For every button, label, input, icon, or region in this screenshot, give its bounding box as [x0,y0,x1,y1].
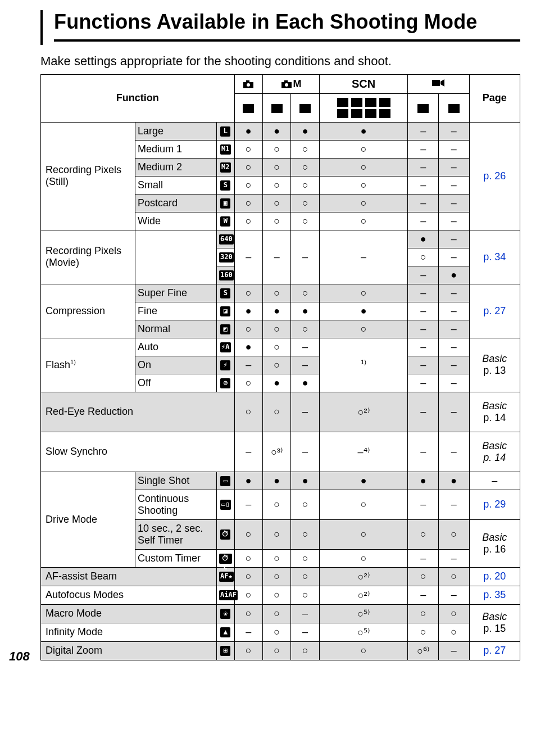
sub-label: Postcard [135,194,217,212]
table-cell: – [438,392,469,432]
table-cell: ○ [291,194,319,212]
table-cell: ○ [319,158,408,176]
page-ref: Basicp. 15 [469,604,520,641]
table-cell: – [408,586,439,604]
table-row: Digital Zoom⊞○○○○○⁶⁾–p. 27 [41,641,520,660]
sub-label: Medium 1 [135,140,217,158]
table-cell: ○ [291,519,319,549]
group-label: Compression [41,284,135,338]
mode-icon: S [220,288,230,298]
table-cell: ○ [262,549,290,567]
group-label: Drive Mode [41,472,135,567]
table-cell: ● [262,374,290,392]
mode-icon: 640 [219,234,234,245]
table-cell: ○ [262,641,290,660]
sub-label: 10 sec., 2 sec. Self Timer [135,519,217,549]
table-cell: ○ [262,392,290,432]
mode-icon: ⏱c [219,554,232,564]
table-cell: – [438,356,469,374]
group-label: Recording Pixels (Movie) [41,230,135,284]
table-cell: – [408,194,439,212]
icon-cell: ⊘ [217,374,235,392]
page-ref[interactable]: p. 20 [469,567,520,586]
table-cell: ○ [291,641,319,660]
intro-text: Make settings appropriate for the shooti… [40,54,520,69]
table-cell: ○ [262,212,290,230]
mode-icon: ▭ [220,476,230,486]
table-cell: ○ [234,567,262,586]
sub-label: Normal [135,320,217,338]
table-cell: – [234,623,262,641]
table-cell: ○ [234,320,262,338]
table-row: AF-assist BeamAF★○○○○²⁾○○p. 20 [41,567,520,586]
mode-icon: ◩ [220,324,230,334]
table-cell: – [438,122,469,140]
mode-icon: 160 [219,270,234,280]
table-cell: ○ [319,549,408,567]
table-cell: – [438,212,469,230]
table-cell: ● [291,472,319,490]
svg-marker-7 [440,79,444,87]
page-ref[interactable]: p. 35 [469,586,520,604]
table-cell: – [438,432,469,472]
table-cell: – [408,432,439,472]
page-ref[interactable]: p. 26 [469,122,520,230]
table-cell: ○ [319,284,408,302]
table-cell: – [408,122,439,140]
table-cell: ○ [262,320,290,338]
mode-icon: ▣ [220,198,230,209]
row-label: Slow Synchro [41,432,235,472]
svg-rect-6 [432,80,440,86]
page-ref[interactable]: p. 27 [469,641,520,660]
table-cell: – [408,374,439,392]
table-cell: – [438,586,469,604]
table-cell: ○ [408,248,439,266]
table-row: Slow Synchro–○³⁾––⁴⁾––Basicp. 14 [41,432,520,472]
icon-cell: ▭▯ [217,490,235,519]
page-ref: – [469,472,520,490]
table-cell: – [234,490,262,519]
table-cell: – [438,320,469,338]
table-cell: ○ [234,284,262,302]
icon-cell: ⚡A [217,338,235,356]
table-cell: ○ [234,212,262,230]
table-cell: – [438,641,469,660]
icon-cell: ◩ [217,320,235,338]
table-cell: ○ [262,586,290,604]
group-sub-blank [135,230,217,284]
table-cell: ● [291,302,319,320]
mode-icon: ❀ [220,609,230,619]
table-cell: ○ [291,176,319,194]
page-ref[interactable]: p. 29 [469,490,520,519]
table-cell: – [438,158,469,176]
icon-cell: W [217,212,235,230]
table-cell: – [438,302,469,320]
header-sub-m1 [262,94,290,123]
table-cell: ○ [234,158,262,176]
sub-label: Continuous Shooting [135,490,217,519]
page-ref[interactable]: p. 34 [469,230,520,284]
flash-scn-note: 1) [319,338,408,392]
mode-icon: L [220,126,230,137]
table-cell: ○ [262,604,290,623]
table-cell: ○ [319,212,408,230]
mode-icon: M2 [220,162,230,173]
table-cell: ○ [234,586,262,604]
page-ref[interactable]: p. 27 [469,284,520,338]
sub-label: Fine [135,302,217,320]
row-label: Macro Mode [41,604,217,623]
page-number: 108 [9,649,30,664]
table-cell: – [408,320,439,338]
table-cell: ○ [438,567,469,586]
table-cell: ● [408,230,439,248]
header-auto-icon [234,75,262,94]
sub-label: On [135,356,217,374]
icon-cell: S [217,176,235,194]
table-row: Red-Eye Reduction○○–○²⁾––Basicp. 14 [41,392,520,432]
table-cell: ○ [234,374,262,392]
table-row: Drive ModeSingle Shot▭●●●●●●– [41,472,520,490]
page-title: Functions Available in Each Shooting Mod… [54,10,520,42]
table-cell: ● [234,122,262,140]
table-cell: ○ [438,519,469,549]
table-cell: – [262,230,290,284]
